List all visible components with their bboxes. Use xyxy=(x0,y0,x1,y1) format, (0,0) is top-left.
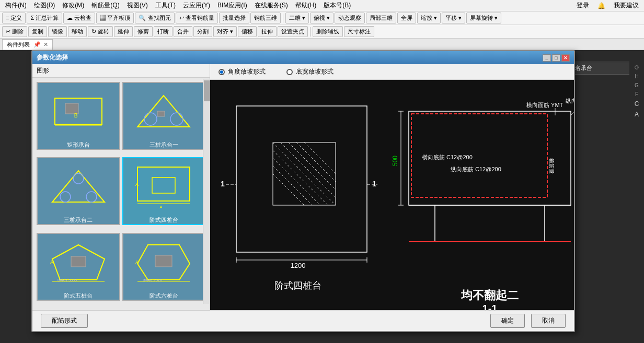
rebar-style-btn[interactable]: 配筋形式 xyxy=(41,314,88,328)
thumbnail-grid: B 矩形承台 xyxy=(32,78,210,310)
footer-right-buttons: 确定 取消 xyxy=(490,314,566,328)
fullscreen-btn[interactable]: 全屏 xyxy=(397,13,416,23)
thumb-triangle2[interactable]: 三桩承台二 xyxy=(37,157,120,225)
thumb-triangle2-label: 三桩承台二 xyxy=(64,216,93,224)
main-drawing-svg: 1 1 1200 阶式四桩台 xyxy=(210,80,574,310)
thumb-rect-img: B xyxy=(38,83,119,139)
zoom-btn[interactable]: 缩放 ▾ xyxy=(417,13,441,23)
mirror-btn[interactable]: 镜像 xyxy=(48,26,67,37)
dim-1200: 1200 xyxy=(291,262,306,269)
find-btn[interactable]: 🔍 查找图元 xyxy=(135,13,174,23)
thumbnail-scrollbar[interactable] xyxy=(203,79,210,304)
thumb-triangle1-img xyxy=(123,83,205,139)
toolbar-row-1: ≡ 定义 Σ 汇总计算 ☁ 云检查 ▦ 平齐板顶 🔍 查找图元 ↩ 查看钢筋量 … xyxy=(0,11,644,25)
stretch-btn[interactable]: 拉伸 xyxy=(258,26,277,37)
menu-item-online[interactable]: 在线服务(S) xyxy=(251,0,291,11)
calc-btn[interactable]: Σ 汇总计算 xyxy=(27,13,62,23)
svg-rect-18 xyxy=(71,256,86,267)
thumb-hex6-img: A B=A/1.7326 xyxy=(123,234,205,290)
thumb-rect[interactable]: B 矩形承台 xyxy=(37,82,120,150)
svg-text:A: A xyxy=(135,182,139,187)
rebar3d-btn[interactable]: 钢筋三维 xyxy=(250,13,281,23)
menu-item-modify[interactable]: 修改(M) xyxy=(59,0,87,11)
menu-item-component[interactable]: 构件(N) xyxy=(2,0,30,11)
extend-btn[interactable]: 延伸 xyxy=(114,26,133,37)
merge-btn[interactable]: 合并 xyxy=(174,26,192,37)
thumb-triangle1[interactable]: 三桩承台一 xyxy=(122,82,206,150)
radio-bar: 角度放坡形式 底宽放坡形式 xyxy=(210,64,574,80)
menu-item-view[interactable]: 视图(V) xyxy=(124,0,151,11)
local-3d-btn[interactable]: 局部三维 xyxy=(366,13,396,23)
menu-item-rebar[interactable]: 钢筋量(Q) xyxy=(88,0,122,11)
rotate-btn[interactable]: ↻ 旋转 xyxy=(88,26,113,37)
svg-point-11 xyxy=(86,192,97,202)
copy-btn[interactable]: 复制 xyxy=(28,26,47,37)
align-btn[interactable]: 对齐 ▾ xyxy=(213,26,237,37)
thumb-penta5-label: 阶式五桩台 xyxy=(64,292,93,300)
cloud-check-btn[interactable]: ☁ 云检查 xyxy=(63,13,95,23)
thumbnail-panel: 图形 B 矩形承台 xyxy=(32,64,210,310)
rt-btn-g[interactable]: G xyxy=(634,81,640,89)
radio-width[interactable]: 底宽放坡形式 xyxy=(286,67,334,76)
tab-close-icon[interactable]: ✕ xyxy=(43,41,48,48)
menu-item-bim[interactable]: BIM应用(I) xyxy=(214,0,250,11)
scroll-thumb[interactable] xyxy=(204,80,210,101)
pan-btn[interactable]: 平移 ▾ xyxy=(442,13,465,23)
maximize-btn[interactable]: □ xyxy=(552,54,560,62)
thumb-penta5[interactable]: A B=A/1.5385 阶式五桩台 xyxy=(37,233,120,301)
section-sublabel: 1-1 xyxy=(482,303,498,310)
cancel-btn[interactable]: 取消 xyxy=(531,314,566,328)
dialog-title-bar: 参数化选择 _ □ ✕ xyxy=(32,51,574,64)
horiz-face-rebar: 横向面筋 YMT xyxy=(526,102,564,108)
screen-rotate-btn[interactable]: 屏幕旋转 ▾ xyxy=(466,13,501,23)
rt-btn-1[interactable]: © xyxy=(634,64,639,72)
right-drawing-panel: 角度放坡形式 底宽放坡形式 xyxy=(210,64,574,310)
confirm-btn[interactable]: 确定 xyxy=(490,314,525,328)
flat-top-btn[interactable]: ▦ 平齐板顶 xyxy=(96,13,134,23)
dialog-title: 参数化选择 xyxy=(37,53,68,62)
offset-btn[interactable]: 偏移 xyxy=(238,26,257,37)
trim-btn[interactable]: 修剪 xyxy=(134,26,153,37)
top-view-btn[interactable]: 俯视 ▾ xyxy=(310,13,334,23)
break-btn[interactable]: 打断 xyxy=(154,26,172,37)
thumb-quad4-img: A A xyxy=(123,158,205,214)
thumb-quad4-label: 阶式四桩台 xyxy=(150,216,178,224)
rt-btn-f[interactable]: F xyxy=(634,90,639,98)
batch-select-btn[interactable]: 批量选择 xyxy=(219,13,249,23)
rt-btn-a[interactable]: A xyxy=(634,110,640,119)
toolbar-row-2: ✂ 删除 复制 镜像 移动 ↻ 旋转 延伸 修剪 打断 合并 分割 对齐 ▾ 偏… xyxy=(0,25,644,39)
tab-component-list[interactable]: 构件列表 📌 ✕ xyxy=(2,39,53,50)
suggest-btn[interactable]: 我要建议 xyxy=(611,0,642,11)
close-btn[interactable]: ✕ xyxy=(561,54,570,62)
rt-btn-c[interactable]: C xyxy=(634,99,640,109)
svg-text:B=A/1.5385: B=A/1.5385 xyxy=(58,278,77,282)
dynamic-obs-btn[interactable]: 动态观察 xyxy=(335,13,365,23)
delete-btn[interactable]: ✂ 删除 xyxy=(2,26,27,37)
move-btn[interactable]: 移动 xyxy=(68,26,87,37)
dialog-controls: _ □ ✕ xyxy=(543,54,570,62)
menu-item-draw[interactable]: 绘图(D) xyxy=(31,0,59,11)
notification-btn[interactable]: 🔔 xyxy=(594,1,608,10)
menu-item-version[interactable]: 版本号(B) xyxy=(320,0,354,11)
menu-item-help[interactable]: 帮助(H) xyxy=(292,0,320,11)
view-rebar-btn[interactable]: ↩ 查看钢筋量 xyxy=(176,13,218,23)
svg-text:1: 1 xyxy=(221,180,225,188)
split-btn[interactable]: 分割 xyxy=(193,26,212,37)
menu-item-cloud[interactable]: 云应用(Y) xyxy=(180,0,213,11)
dim-btn[interactable]: 尺寸标注 xyxy=(344,26,374,37)
define-btn[interactable]: ≡ 定义 xyxy=(2,13,26,23)
set-grip-btn[interactable]: 设置夹点 xyxy=(278,26,308,37)
svg-rect-12 xyxy=(137,167,190,201)
del-aux-btn[interactable]: 删除辅线 xyxy=(313,26,343,37)
rt-btn-h[interactable]: H xyxy=(634,73,639,80)
2d-view-btn[interactable]: 二维 ▾ xyxy=(285,13,309,23)
login-btn[interactable]: 登录 xyxy=(573,0,592,11)
thumb-quad4[interactable]: A A 阶式四桩台 xyxy=(122,157,206,225)
thumb-hex6[interactable]: A B=A/1.7326 阶式六桩台 xyxy=(122,233,206,301)
svg-point-6 xyxy=(170,113,183,125)
menu-item-tools[interactable]: 工具(T) xyxy=(152,0,179,11)
tab-pin-icon[interactable]: 📌 xyxy=(33,41,41,48)
menu-bar: 构件(N) 绘图(D) 修改(M) 钢筋量(Q) 视图(V) 工具(T) 云应用… xyxy=(0,0,644,11)
radio-angle[interactable]: 角度放坡形式 xyxy=(218,67,266,76)
minimize-btn[interactable]: _ xyxy=(543,54,551,62)
